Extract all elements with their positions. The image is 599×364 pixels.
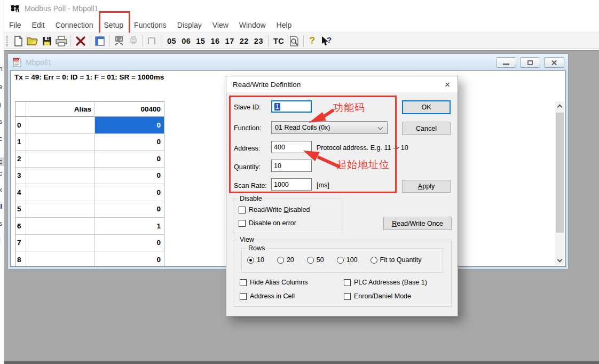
checkbox-icon [344, 293, 351, 300]
menu-setup-label: Setup [104, 21, 124, 29]
about-help-button[interactable]: ? [306, 35, 318, 46]
communication-traffic-button[interactable] [287, 34, 301, 48]
row-number[interactable]: 3 [15, 168, 26, 185]
value-cell[interactable]: 0 [95, 201, 164, 218]
function-05-button[interactable]: 05 [164, 36, 179, 46]
row-number[interactable]: 8 [15, 251, 26, 267]
ok-button[interactable]: OK [402, 100, 451, 114]
scrollbar-thumb[interactable] [556, 113, 564, 233]
grid-value-header[interactable]: 00400 [95, 102, 164, 117]
rows-20-radio[interactable]: 20 [277, 256, 294, 264]
grid-corner-cell[interactable] [15, 102, 26, 117]
function-22-button[interactable]: 22 [237, 36, 251, 46]
value-cell[interactable]: 0 [95, 251, 164, 267]
row-number[interactable]: 7 [15, 235, 26, 252]
enron-daniel-mode-checkbox[interactable]: Enron/Daniel Mode [344, 292, 411, 300]
doc-close-button[interactable]: ✕ [544, 57, 564, 68]
test-center-button[interactable]: TC [271, 36, 287, 46]
slave-id-input[interactable]: 1 [271, 100, 312, 113]
grid-alias-header[interactable]: Alias [26, 102, 95, 117]
new-file-button[interactable] [11, 34, 25, 48]
alias-cell[interactable] [26, 117, 95, 134]
cancel-button[interactable]: Cancel [402, 122, 451, 135]
bg-fragment: c [0, 170, 2, 177]
chevron-down-icon [557, 257, 563, 262]
restore-icon [527, 60, 533, 65]
grid-row: 3 0 [15, 168, 164, 185]
scroll-up-button[interactable] [555, 101, 564, 110]
plc-addresses-checkbox[interactable]: PLC Addresses (Base 1) [344, 279, 427, 286]
rows-50-radio[interactable]: 50 [307, 256, 324, 264]
hide-alias-columns-checkbox[interactable]: Hide Alias Columns [240, 279, 308, 286]
read-write-once-button[interactable]: Read/Write Once [383, 217, 452, 230]
menu-view[interactable]: View [212, 20, 229, 30]
disconnect-device-icon [128, 35, 139, 47]
menu-display[interactable]: Display [177, 20, 202, 30]
value-cell[interactable]: 0 [95, 184, 164, 201]
function-06-button[interactable]: 06 [179, 36, 193, 46]
print-button[interactable] [54, 34, 68, 48]
alias-cell[interactable] [26, 184, 95, 201]
menu-help[interactable]: Help [276, 20, 293, 30]
scroll-down-button[interactable] [555, 256, 564, 265]
address-in-cell-checkbox[interactable]: Address in Cell [240, 292, 295, 300]
alias-cell[interactable] [26, 235, 95, 252]
read-write-disabled-checkbox[interactable]: Read/Write Disabled [239, 206, 310, 213]
value-cell[interactable]: 0 [95, 168, 164, 185]
menu-file[interactable]: File [9, 20, 22, 30]
address-label: Address: [234, 145, 260, 152]
function-16-button[interactable]: 16 [208, 36, 222, 46]
connect-button[interactable] [112, 34, 126, 48]
context-help-button[interactable]: ? [318, 34, 333, 48]
menu-edit[interactable]: Edit [31, 20, 45, 30]
row-number[interactable]: 2 [15, 151, 26, 168]
quantity-input[interactable]: 10 [271, 160, 312, 172]
alias-cell[interactable] [26, 251, 95, 267]
scan-rate-input[interactable]: 1000 [271, 178, 312, 191]
rows-10-radio[interactable]: 10 [247, 256, 264, 264]
function-dropdown[interactable]: 01 Read Coils (0x) [271, 121, 388, 134]
rows-100-radio[interactable]: 100 [337, 256, 358, 264]
alias-cell[interactable] [26, 134, 95, 151]
delete-x-button[interactable] [73, 34, 88, 48]
doc-minimize-button[interactable] [496, 57, 516, 68]
menu-functions[interactable]: Functions [133, 20, 167, 30]
alias-cell[interactable] [26, 201, 95, 218]
app-titlebar[interactable]: Modbus Poll - Mbpoll1 [4, 0, 599, 17]
disconnect-button[interactable] [126, 34, 140, 48]
address-input[interactable]: 400 [271, 141, 312, 153]
menu-window[interactable]: Window [239, 20, 266, 30]
function-15-button[interactable]: 15 [193, 36, 208, 46]
function-23-button[interactable]: 23 [251, 36, 266, 46]
alias-cell[interactable] [26, 218, 95, 235]
save-button[interactable] [40, 34, 54, 48]
dialog-close-button[interactable]: × [444, 80, 451, 89]
vertical-scrollbar[interactable] [555, 101, 564, 265]
function-17-button[interactable]: 17 [223, 36, 237, 46]
single-poll-button[interactable] [145, 34, 160, 48]
alias-cell[interactable] [26, 151, 95, 168]
display-setup-button[interactable] [92, 34, 107, 48]
toolbar-grip[interactable] [6, 36, 8, 46]
open-file-button[interactable] [25, 34, 40, 48]
value-cell[interactable]: 0 [95, 151, 164, 168]
doc-titlebar[interactable]: DOC Mbpoll1 ✕ [8, 54, 568, 70]
row-number[interactable]: 6 [15, 218, 26, 235]
menu-connection[interactable]: Connection [55, 20, 94, 30]
fit-to-quantity-radio[interactable]: Fit to Quantity [371, 256, 422, 264]
disable-on-error-checkbox[interactable]: Disable on error [239, 219, 296, 227]
row-number[interactable]: 4 [15, 184, 26, 201]
value-cell[interactable]: 1 [95, 218, 164, 235]
row-number[interactable]: 1 [15, 134, 26, 151]
value-cell[interactable]: 0 [95, 134, 164, 151]
doc-restore-button[interactable] [520, 57, 540, 68]
rows-100-label: 100 [346, 256, 358, 264]
row-number[interactable]: 0 [15, 117, 26, 134]
row-number[interactable]: 5 [15, 201, 26, 218]
dialog-titlebar[interactable]: Read/Write Definition × [226, 76, 458, 92]
menu-setup[interactable]: Setup [104, 20, 124, 30]
value-cell[interactable]: 0 [95, 235, 164, 252]
alias-cell[interactable] [26, 168, 95, 185]
apply-button[interactable]: Apply [402, 180, 451, 193]
value-cell-selected[interactable]: 0 [95, 117, 164, 134]
